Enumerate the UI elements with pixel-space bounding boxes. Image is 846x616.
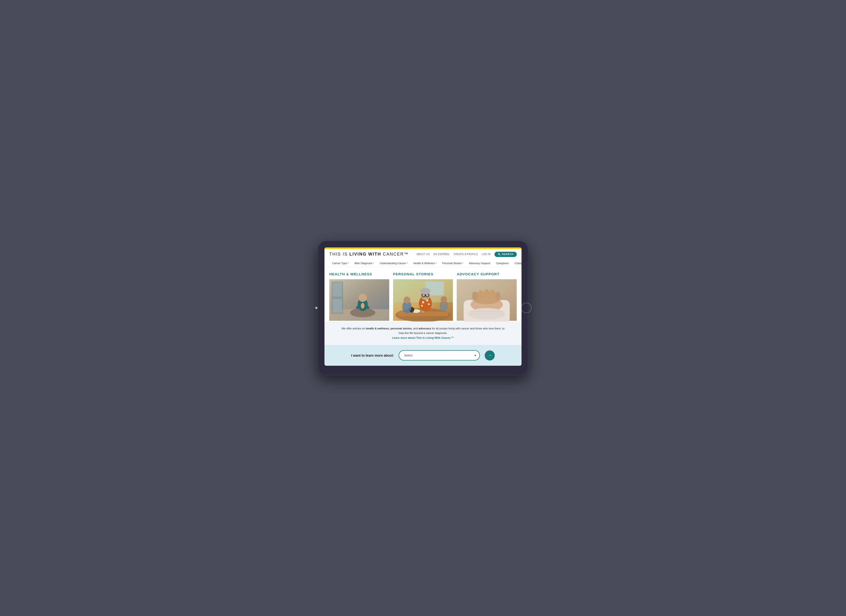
advocacy-support-image bbox=[457, 279, 517, 321]
personal-stories-section: PERSONAL STORIES bbox=[393, 272, 453, 321]
description-text-start: We offer articles on bbox=[341, 327, 366, 330]
chevron-down-icon: ▾ bbox=[373, 262, 374, 264]
spanish-link[interactable]: EN ESPAÑOL bbox=[433, 253, 450, 255]
advocacy-support-section: ADVOCACY SUPPORT bbox=[457, 272, 517, 321]
search-button[interactable]: SEARCH bbox=[495, 252, 517, 257]
health-wellness-image bbox=[329, 279, 389, 321]
header-actions: ABOUT US EN ESPAÑOL CREATE A PROFILE LOG… bbox=[417, 252, 517, 257]
tablet-device: THIS IS LIVING WITH CANCER™ ABOUT US EN … bbox=[318, 241, 528, 375]
chevron-down-icon: ▾ bbox=[348, 262, 349, 264]
svg-point-23 bbox=[422, 301, 424, 303]
description-bold2: advocacy bbox=[419, 327, 431, 330]
three-column-grid: HEALTH & WELLNESS bbox=[329, 272, 517, 321]
nav-cancer-type[interactable]: Cancer Type ▾ bbox=[329, 260, 351, 267]
hands-holding-image-svg bbox=[457, 279, 517, 321]
personal-stories-title: PERSONAL STORIES bbox=[393, 272, 453, 276]
learn-more-section: I want to learn more about: Select Cance… bbox=[325, 345, 521, 366]
learn-more-link[interactable]: Learn more about This Is Living With Can… bbox=[392, 336, 454, 339]
svg-point-12 bbox=[361, 303, 364, 308]
nav-personal-stories[interactable]: Personal Stories ▾ bbox=[439, 260, 466, 267]
chevron-down-icon: ▾ bbox=[436, 262, 437, 264]
logo-suffix: CANCER™ bbox=[381, 252, 409, 257]
description-bold1: health & wellness, personal stories, bbox=[366, 327, 413, 330]
svg-point-33 bbox=[403, 296, 410, 303]
nav-caregivers[interactable]: Caregivers bbox=[493, 260, 512, 267]
meditation-image-svg bbox=[329, 279, 389, 321]
svg-point-43 bbox=[484, 289, 489, 298]
nav-change-the-odds[interactable]: Change The Odds bbox=[512, 260, 521, 267]
nav-health-wellness[interactable]: Health & Wellness ▾ bbox=[411, 260, 439, 267]
learn-label: I want to learn more about: bbox=[351, 353, 394, 357]
main-content: HEALTH & WELLNESS bbox=[325, 267, 521, 321]
logo-bold: LIVING WITH bbox=[350, 252, 381, 257]
svg-point-25 bbox=[428, 303, 430, 305]
svg-point-13 bbox=[360, 298, 365, 301]
main-navigation: Cancer Type ▾ After Diagnosis ▾ Understa… bbox=[329, 260, 517, 267]
header-top: THIS IS LIVING WITH CANCER™ ABOUT US EN … bbox=[329, 252, 517, 257]
left-dot-indicator bbox=[316, 307, 317, 309]
site-logo: THIS IS LIVING WITH CANCER™ bbox=[329, 252, 409, 257]
family-dinner-image-svg bbox=[393, 279, 453, 321]
svg-rect-5 bbox=[333, 283, 342, 296]
right-circle-indicator bbox=[521, 303, 532, 313]
description-paragraph: We offer articles on health & wellness, … bbox=[339, 326, 507, 340]
search-icon bbox=[498, 253, 501, 256]
advocacy-support-title: ADVOCACY SUPPORT bbox=[457, 272, 517, 276]
go-button[interactable]: → bbox=[485, 351, 495, 361]
about-us-link[interactable]: ABOUT US bbox=[417, 253, 430, 255]
site-header: THIS IS LIVING WITH CANCER™ ABOUT US EN … bbox=[325, 249, 521, 267]
logo-prefix: THIS IS bbox=[329, 252, 350, 257]
nav-after-diagnosis[interactable]: After Diagnosis ▾ bbox=[351, 260, 377, 267]
svg-line-1 bbox=[499, 255, 500, 255]
search-label: SEARCH bbox=[502, 253, 513, 255]
description-text-mid: and bbox=[413, 327, 419, 330]
health-wellness-title: HEALTH & WELLNESS bbox=[329, 272, 389, 276]
personal-stories-image bbox=[393, 279, 453, 321]
device-screen: THIS IS LIVING WITH CANCER™ ABOUT US EN … bbox=[325, 247, 521, 366]
svg-rect-6 bbox=[333, 299, 342, 313]
login-link[interactable]: LOG IN bbox=[482, 253, 491, 255]
topic-select[interactable]: Select Cancer Type After Diagnosis Under… bbox=[399, 350, 480, 361]
svg-point-26 bbox=[421, 305, 423, 307]
chevron-down-icon: ▾ bbox=[407, 262, 408, 264]
nav-advocacy-support[interactable]: Advocacy Support bbox=[466, 260, 493, 267]
chevron-down-icon: ▾ bbox=[462, 262, 463, 264]
health-wellness-section: HEALTH & WELLNESS bbox=[329, 272, 389, 321]
description-section: We offer articles on health & wellness, … bbox=[325, 321, 521, 345]
create-profile-link[interactable]: CREATE A PROFILE bbox=[454, 253, 478, 255]
topic-select-wrapper: Select Cancer Type After Diagnosis Under… bbox=[399, 350, 480, 361]
svg-point-35 bbox=[441, 296, 447, 303]
go-arrow-icon: → bbox=[488, 353, 492, 358]
svg-point-31 bbox=[420, 288, 430, 295]
nav-understanding-cancer[interactable]: Understanding Cancer ▾ bbox=[377, 260, 411, 267]
